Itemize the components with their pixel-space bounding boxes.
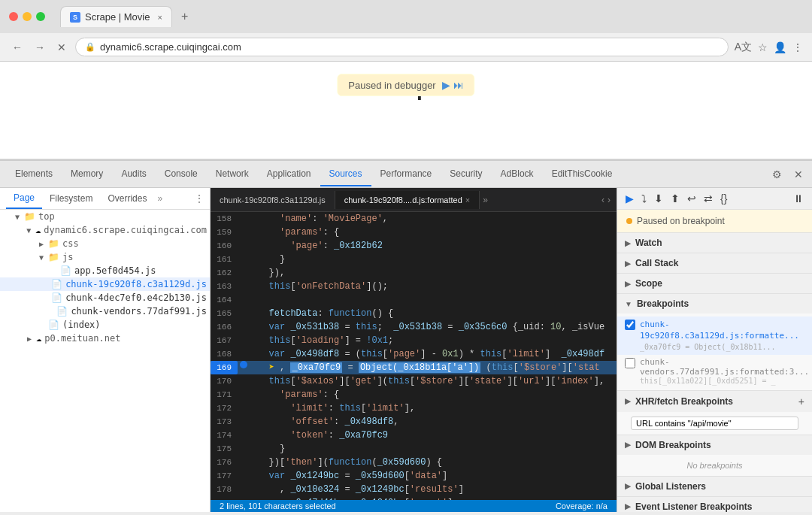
tree-item-chunk4de[interactable]: 📄 chunk-4dec7ef0.e4c2b130.js (0, 291, 210, 304)
close-window-button[interactable] (9, 12, 18, 21)
profile-button[interactable]: 👤 (774, 41, 786, 53)
step-over-button[interactable]: ⤵ (639, 191, 649, 206)
code-line-165: 165 fetchData: function() { (211, 307, 617, 320)
line-code: } (250, 253, 288, 266)
tree-item-top[interactable]: ▼ 📁 top (0, 210, 210, 223)
xhr-url-input[interactable] (631, 417, 798, 430)
close-devtools-button[interactable]: ✕ (791, 165, 806, 183)
code-tab-nav: ‹ › (601, 195, 617, 205)
file-panel-tabs: Page Filesystem Overrides » ⋮ (0, 188, 210, 210)
page-area: Scrape Paused in debugger ▶ ⏭ (0, 62, 812, 159)
call-stack-label: Call Stack (635, 258, 678, 268)
breakpoint-item-1: chunk-19c920f8.c3a1129d.js:formatte... _… (617, 317, 812, 355)
tab-elements[interactable]: Elements (6, 162, 62, 186)
breakpoint-checkbox-1[interactable] (625, 320, 635, 330)
tab-audits[interactable]: Audits (112, 162, 155, 186)
tab-memory[interactable]: Memory (62, 162, 112, 186)
section-global-listeners: ▶ Global Listeners (617, 477, 812, 497)
step-button[interactable]: ↩ (685, 191, 698, 206)
resume-execution-button[interactable]: ▶ (623, 191, 636, 206)
xhr-add-button[interactable]: + (798, 395, 804, 407)
tab-sources[interactable]: Sources (320, 162, 371, 186)
tree-item-js[interactable]: ▼ 📁 js (0, 250, 210, 264)
global-listeners-label: Global Listeners (635, 481, 706, 492)
fp-tab-page[interactable]: Page (6, 188, 42, 209)
line-number: 170 (211, 374, 238, 388)
breakpoint-checkbox-2[interactable] (625, 358, 635, 368)
tab-adblock[interactable]: AdBlock (492, 162, 543, 186)
pause-on-exceptions-button[interactable]: {} (718, 191, 729, 206)
tree-item-chunk19c[interactable]: 📄 chunk-19c920f8.c3a1129d.js (0, 277, 210, 291)
tree-item-app-js[interactable]: 📄 app.5ef0d454.js (0, 264, 210, 277)
tree-item-index[interactable]: 📄 (index) (0, 318, 210, 332)
tree-arrow-js: ▼ (39, 253, 48, 262)
tab-network[interactable]: Network (207, 162, 258, 186)
fp-tab-overrides[interactable]: Overrides (100, 189, 154, 208)
line-number: 159 (211, 226, 238, 239)
code-line-170: 170 this['$axios']['get'](this['$store']… (211, 374, 617, 388)
tab-performance[interactable]: Performance (371, 162, 441, 186)
file-panel: Page Filesystem Overrides » ⋮ ▼ 📁 top (0, 188, 211, 512)
watch-header[interactable]: ▶ Watch (617, 233, 812, 253)
tree-item-domain[interactable]: ▼ ☁ dynamic6.scrape.cuiqingcai.com (0, 223, 210, 237)
tree-item-p0[interactable]: ▶ ☁ p0.meituan.net (0, 332, 210, 345)
cloud-p0-icon: ☁ (36, 333, 41, 344)
scope-header[interactable]: ▶ Scope (617, 274, 812, 293)
tab-editthiscookie[interactable]: EditThisCookie (543, 162, 622, 186)
code-tab-more[interactable]: » (483, 195, 488, 205)
folder-icon: 📁 (24, 211, 35, 222)
browser-tab[interactable]: S Scrape | Movie × (60, 6, 172, 27)
code-line-178: 178 , _0x10e324 = _0x1249bc['results'] (211, 483, 617, 496)
tree-item-chunkvendors[interactable]: 📄 chunk-vendors.77daf991.js (0, 304, 210, 318)
tab-application[interactable]: Application (258, 162, 320, 186)
tree-arrow-p0: ▶ (27, 335, 36, 343)
fp-more-button[interactable]: » (157, 193, 162, 204)
back-button[interactable]: ← (9, 40, 26, 55)
fp-tab-filesystem[interactable]: Filesystem (42, 189, 100, 208)
forward-button[interactable]: → (32, 40, 48, 55)
step-over-button[interactable]: ⏭ (453, 79, 464, 91)
tab-close-button[interactable]: × (157, 13, 162, 22)
line-number: 174 (211, 429, 238, 442)
event-listener-header[interactable]: ▶ Event Listener Breakpoints (617, 497, 812, 512)
deactivate-breakpoints-button[interactable]: ⇄ (701, 191, 715, 206)
more-debugger-button[interactable]: ⏸ (791, 191, 806, 206)
reload-button[interactable]: ✕ (54, 40, 69, 55)
code-tab-2[interactable]: chunk-19c920f8....d.js:formatted × (335, 191, 480, 209)
code-nav-next[interactable]: › (607, 195, 611, 205)
tab-security[interactable]: Security (441, 162, 491, 186)
line-number: 175 (211, 442, 238, 456)
maximize-window-button[interactable] (36, 12, 45, 21)
code-tab-close-button[interactable]: × (465, 195, 470, 204)
minimize-window-button[interactable] (23, 12, 32, 21)
code-line-162: 162 }), (211, 266, 617, 280)
breakpoints-header[interactable]: ▼ Breakpoints (617, 294, 812, 314)
global-listeners-arrow-icon: ▶ (625, 482, 631, 490)
resume-button[interactable]: ▶ (442, 79, 450, 91)
settings-button[interactable]: ⚙ (769, 165, 785, 183)
menu-button[interactable]: ⋮ (792, 41, 803, 53)
code-content[interactable]: 158 'name': 'MoviePage', 159 'params': {… (211, 212, 617, 500)
tree-label-domain: dynamic6.scrape.cuiqingcai.com (44, 225, 207, 235)
tree-item-css[interactable]: ▶ 📁 css (0, 237, 210, 250)
line-code: var _0x498df8 = (this['page'] - 0x1) * t… (250, 347, 607, 361)
bp-filename-1: chunk-19c920f8.c3a1129d.js:formatte... (640, 319, 804, 342)
code-line-174: 174 'token': _0xa70fc9 (211, 429, 617, 442)
global-listeners-header[interactable]: ▶ Global Listeners (617, 477, 812, 496)
tab-console[interactable]: Console (156, 162, 207, 186)
dom-header[interactable]: ▶ DOM Breakpoints (617, 435, 812, 455)
new-tab-button[interactable]: + (175, 7, 194, 26)
code-nav-prev[interactable]: ‹ (601, 195, 604, 205)
bookmark-button[interactable]: ☆ (758, 41, 768, 53)
add-folder-button[interactable]: ⋮ (195, 193, 204, 204)
xhr-header[interactable]: ▶ XHR/fetch Breakpoints + (617, 391, 812, 412)
file-js-icon: 📄 (60, 265, 71, 276)
step-into-button[interactable]: ⬇ (652, 191, 665, 206)
url-bar[interactable]: 🔒 dynamic6.scrape.cuiqingcai.com (75, 38, 729, 56)
step-out-button[interactable]: ⬆ (668, 191, 682, 206)
code-line-176: 176 })['then'](function(_0x59d600) { (211, 456, 617, 469)
call-stack-header[interactable]: ▶ Call Stack (617, 253, 812, 273)
code-tab-1[interactable]: chunk-19c920f8.c3a1129d.js (211, 191, 335, 209)
translate-button[interactable]: A文 (735, 41, 752, 54)
line-number-current: 169 (211, 361, 238, 374)
